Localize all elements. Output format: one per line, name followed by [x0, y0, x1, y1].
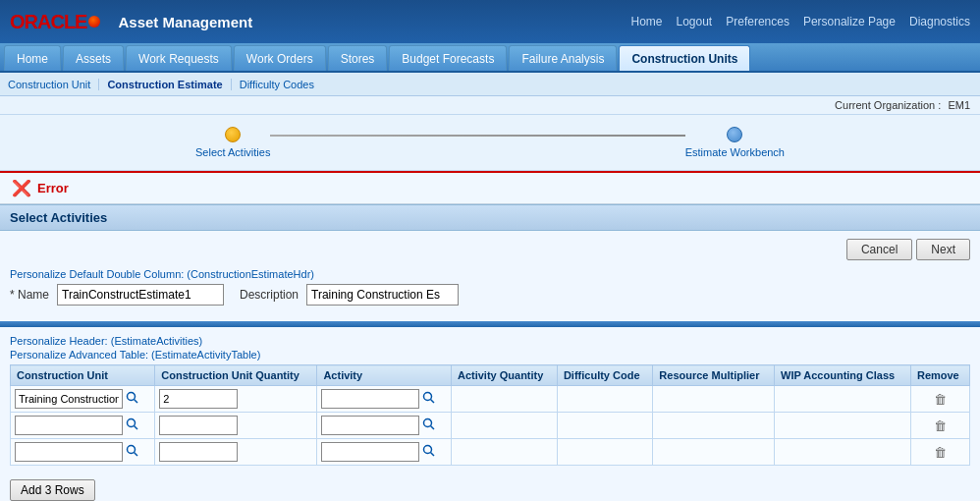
cancel-button[interactable]: Cancel [846, 239, 912, 260]
nav-tab-stores[interactable]: Stores [328, 45, 388, 71]
top-links: Home Logout Preferences Personalize Page… [630, 15, 970, 28]
app-title: Asset Management [118, 14, 252, 30]
svg-point-6 [424, 418, 432, 426]
col-header-construction-unit: Construction Unit [11, 365, 155, 386]
td-cu-quantity-2 [155, 413, 317, 439]
td-activity-3 [317, 439, 452, 466]
activity-input-2[interactable] [321, 416, 419, 435]
top-link-diagnostics[interactable]: Diagnostics [909, 15, 970, 28]
org-value: EM1 [948, 99, 970, 111]
sub-nav-difficulty-codes[interactable]: Difficulty Codes [232, 79, 322, 90]
activity-input-3[interactable] [321, 442, 419, 462]
svg-line-9 [135, 452, 138, 456]
sub-nav-construction-estimate[interactable]: Construction Estimate [99, 79, 231, 90]
td-activity-qty-2 [451, 413, 557, 439]
add-rows-button[interactable]: Add 3 Rows [10, 479, 95, 501]
wizard-inner: Select Activities Estimate Workbench [195, 127, 785, 158]
activities-table: Construction Unit Construction Unit Quan… [10, 364, 970, 466]
sub-nav-construction-unit[interactable]: Construction Unit [8, 79, 99, 90]
nav-tab-assets[interactable]: Assets [63, 45, 124, 71]
name-input[interactable] [57, 284, 224, 306]
activity-search-btn-2[interactable] [421, 417, 437, 435]
personalize-header-link[interactable]: Personalize Header: (EstimateActivities) [10, 335, 970, 347]
col-header-activity-quantity: Activity Quantity [451, 365, 557, 386]
form-row: * Name Description [10, 284, 970, 306]
table-row: 🗑 [11, 413, 970, 439]
wizard-line [270, 135, 684, 137]
col-header-activity: Activity [317, 365, 452, 386]
td-resource-multiplier-2 [653, 413, 775, 439]
cu-qty-input-3[interactable] [159, 442, 238, 462]
td-cu-quantity-3 [155, 439, 317, 466]
personalize-advanced-table-link[interactable]: Personalize Advanced Table: (EstimateAct… [10, 349, 970, 361]
section-header: Select Activities [0, 204, 980, 231]
col-header-resource-multiplier: Resource Multiplier [653, 365, 775, 386]
table-section: Personalize Header: (EstimateActivities)… [0, 327, 980, 501]
cu-qty-input-1[interactable] [159, 389, 238, 409]
personalize-default-double-column-link[interactable]: Personalize Default Double Column: (Cons… [10, 268, 970, 280]
name-label: * Name [10, 288, 49, 302]
btn-row: Cancel Next [10, 239, 970, 260]
sub-nav: Construction Unit Construction Estimate … [0, 73, 980, 96]
td-difficulty-code-1 [557, 386, 652, 413]
org-bar: Current Organization : EM1 [0, 96, 980, 115]
td-remove-1: 🗑 [910, 386, 969, 413]
td-difficulty-code-2 [557, 413, 652, 439]
td-wip-class-3 [775, 439, 911, 466]
top-link-logout[interactable]: Logout [677, 15, 713, 28]
nav-tab-work-requests[interactable]: Work Requests [126, 45, 232, 71]
cu-search-btn-3[interactable] [125, 443, 140, 462]
remove-btn-2[interactable]: 🗑 [933, 418, 948, 434]
personalize-links: Personalize Default Double Column: (Cons… [10, 268, 970, 280]
svg-point-2 [424, 392, 432, 400]
wizard-step-estimate-workbench: Estimate Workbench [685, 127, 785, 158]
td-activity-1 [317, 386, 452, 413]
svg-line-1 [135, 399, 138, 403]
td-activity-qty-3 [451, 439, 557, 466]
oracle-logo-text: ORACLE [10, 11, 102, 33]
wizard-step-select-activities: Select Activities [195, 127, 270, 158]
activity-input-1[interactable] [321, 389, 419, 409]
cu-search-btn-1[interactable] [125, 390, 140, 409]
nav-tab-work-orders[interactable]: Work Orders [234, 45, 326, 71]
remove-btn-1[interactable]: 🗑 [933, 391, 948, 408]
td-activity-2 [317, 413, 452, 439]
td-cu-quantity-1 [155, 386, 317, 413]
td-remove-3: 🗑 [910, 439, 969, 466]
svg-line-3 [431, 399, 435, 403]
cu-input-3[interactable] [15, 442, 123, 462]
description-input[interactable] [306, 284, 459, 306]
td-resource-multiplier-3 [653, 439, 775, 466]
table-row: 🗑 [11, 439, 970, 466]
nav-tab-budget-forecasts[interactable]: Budget Forecasts [389, 45, 507, 71]
content-area: Cancel Next Personalize Default Double C… [0, 231, 980, 321]
wizard-label-estimate-workbench: Estimate Workbench [685, 146, 785, 158]
activity-search-btn-1[interactable] [421, 390, 437, 409]
top-link-home[interactable]: Home [630, 15, 662, 28]
td-activity-qty-1 [451, 386, 557, 413]
col-header-difficulty-code: Difficulty Code [557, 365, 652, 386]
main-nav: Home Assets Work Requests Work Orders St… [0, 43, 980, 73]
oracle-logo-circle [88, 16, 100, 28]
remove-btn-3[interactable]: 🗑 [933, 444, 948, 461]
org-label: Current Organization : [835, 99, 941, 111]
svg-line-5 [135, 425, 138, 429]
nav-tab-home[interactable]: Home [4, 45, 61, 71]
error-box: ❌ Error [0, 171, 980, 204]
nav-tab-failure-analysis[interactable]: Failure Analysis [509, 45, 617, 71]
td-construction-unit-1 [11, 386, 155, 413]
top-bar: ORACLE Asset Management Home Logout Pref… [0, 0, 980, 43]
top-link-personalize-page[interactable]: Personalize Page [803, 15, 896, 28]
next-button[interactable]: Next [916, 239, 970, 260]
cu-qty-input-2[interactable] [159, 416, 238, 435]
col-header-wip-accounting-class: WIP Accounting Class [775, 365, 911, 386]
cu-input-1[interactable] [15, 389, 123, 409]
cu-search-btn-2[interactable] [125, 417, 140, 435]
activity-search-btn-3[interactable] [421, 443, 437, 462]
td-resource-multiplier-1 [653, 386, 775, 413]
td-wip-class-2 [775, 413, 911, 439]
top-link-preferences[interactable]: Preferences [726, 15, 789, 28]
add-rows-row: Add 3 Rows [10, 472, 970, 501]
nav-tab-construction-units[interactable]: Construction Units [619, 45, 750, 71]
cu-input-2[interactable] [15, 416, 123, 435]
